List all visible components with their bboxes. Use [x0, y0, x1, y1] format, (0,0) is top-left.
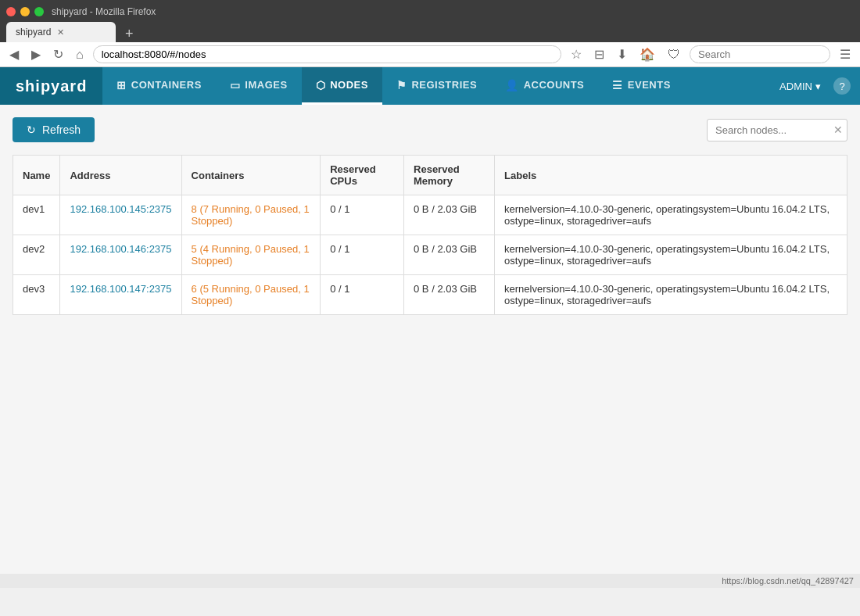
home-icon-button[interactable]: 🏠: [636, 45, 658, 63]
cell-reserved-memory: 0 B / 2.03 GiB: [404, 195, 495, 235]
window-controls[interactable]: [6, 7, 44, 16]
nav-item-accounts[interactable]: 👤 ACCOUNTS: [491, 67, 598, 105]
url-input[interactable]: [93, 45, 561, 63]
maximize-button[interactable]: [34, 7, 44, 16]
events-icon: ☰: [612, 79, 623, 91]
cell-reserved-memory: 0 B / 2.03 GiB: [404, 275, 495, 315]
tab-bar: shipyard ✕ +: [6, 22, 854, 42]
search-nodes-input[interactable]: [707, 119, 847, 141]
close-button[interactable]: [6, 7, 16, 16]
nodes-label: NODES: [330, 79, 368, 91]
browser-search-input[interactable]: [690, 45, 830, 63]
window-title: shipyard - Mozilla Firefox: [52, 6, 156, 17]
admin-button[interactable]: ADMIN ▾: [779, 81, 821, 92]
table-row: dev3 192.168.100.147:2375 6 (5 Running, …: [13, 275, 847, 315]
titlebar: shipyard - Mozilla Firefox: [6, 6, 854, 17]
nodes-table: Name Address Containers Reserved CPUs Re…: [13, 155, 847, 315]
browser-chrome: shipyard - Mozilla Firefox shipyard ✕ +: [0, 0, 860, 42]
search-clear-button[interactable]: ✕: [833, 124, 843, 136]
cell-reserved-memory: 0 B / 2.03 GiB: [404, 235, 495, 275]
content-area: ↻ Refresh ✕ Name Address Containers Rese…: [0, 105, 860, 574]
col-reserved-cpus: Reserved CPUs: [321, 156, 404, 195]
minimize-button[interactable]: [20, 7, 30, 16]
active-tab[interactable]: shipyard ✕: [6, 22, 116, 42]
home-button[interactable]: ⌂: [73, 46, 87, 63]
cell-containers: 6 (5 Running, 0 Paused, 1 Stopped): [181, 275, 321, 315]
app-nav: shipyard ⊞ CONTAINERS ▭ IMAGES ⬡ NODES ⚑…: [0, 67, 860, 105]
cell-name: dev1: [13, 195, 60, 235]
admin-dropdown-icon: ▾: [815, 81, 821, 92]
admin-label: ADMIN: [779, 81, 812, 92]
tab-label: shipyard: [16, 27, 51, 38]
nav-right: ADMIN ▾ ?: [779, 77, 860, 95]
cell-address[interactable]: 192.168.100.146:2375: [60, 235, 181, 275]
search-nodes-container: ✕: [707, 119, 847, 141]
toolbar-row: ↻ Refresh ✕: [13, 117, 847, 142]
download-button[interactable]: ⬇: [614, 45, 630, 63]
bookmark-button[interactable]: ☆: [568, 45, 585, 63]
containers-label: CONTAINERS: [131, 79, 202, 91]
cell-labels: kernelversion=4.10.0-30-generic, operati…: [495, 235, 847, 275]
registries-label: REGISTRIES: [411, 79, 477, 91]
col-labels: Labels: [495, 156, 847, 195]
table-row: dev2 192.168.100.146:2375 5 (4 Running, …: [13, 235, 847, 275]
images-label: IMAGES: [245, 79, 287, 91]
address-bar: ◀ ▶ ↻ ⌂ ☆ ⊟ ⬇ 🏠 🛡 ☰: [0, 42, 860, 67]
menu-button[interactable]: ☰: [837, 45, 854, 63]
sync-button[interactable]: ⊟: [591, 45, 607, 63]
cell-reserved-cpus: 0 / 1: [321, 235, 404, 275]
accounts-icon: 👤: [505, 79, 519, 91]
cell-labels: kernelversion=4.10.0-30-generic, operati…: [495, 275, 847, 315]
app-logo[interactable]: shipyard: [0, 67, 102, 105]
cell-address[interactable]: 192.168.100.145:2375: [60, 195, 181, 235]
shield-button[interactable]: 🛡: [665, 46, 683, 63]
refresh-icon: ↻: [27, 124, 36, 136]
col-name: Name: [13, 156, 60, 195]
nav-items: ⊞ CONTAINERS ▭ IMAGES ⬡ NODES ⚑ REGISTRI…: [102, 67, 779, 105]
col-reserved-memory: Reserved Memory: [404, 156, 495, 195]
tab-close-icon[interactable]: ✕: [57, 27, 64, 38]
reload-button[interactable]: ↻: [50, 45, 66, 63]
events-label: EVENTS: [628, 79, 671, 91]
nav-item-registries[interactable]: ⚑ REGISTRIES: [382, 67, 491, 105]
new-tab-button[interactable]: +: [119, 26, 140, 42]
accounts-label: ACCOUNTS: [524, 79, 585, 91]
containers-icon: ⊞: [116, 79, 127, 91]
col-address: Address: [60, 156, 181, 195]
cell-reserved-cpus: 0 / 1: [321, 275, 404, 315]
help-icon[interactable]: ?: [833, 77, 851, 95]
cell-labels: kernelversion=4.10.0-30-generic, operati…: [495, 195, 847, 235]
cell-reserved-cpus: 0 / 1: [321, 195, 404, 235]
cell-name: dev3: [13, 275, 60, 315]
nav-item-nodes[interactable]: ⬡ NODES: [302, 67, 382, 105]
nav-item-containers[interactable]: ⊞ CONTAINERS: [102, 67, 215, 105]
cell-address[interactable]: 192.168.100.147:2375: [60, 275, 181, 315]
nodes-icon: ⬡: [316, 79, 326, 91]
registries-icon: ⚑: [396, 79, 407, 91]
refresh-button[interactable]: ↻ Refresh: [13, 117, 95, 142]
status-url: https://blog.csdn.net/qq_42897427: [722, 576, 854, 586]
status-bar: https://blog.csdn.net/qq_42897427: [0, 574, 860, 588]
forward-button[interactable]: ▶: [28, 45, 44, 63]
images-icon: ▭: [230, 79, 241, 91]
nav-item-events[interactable]: ☰ EVENTS: [598, 67, 685, 105]
cell-containers: 8 (7 Running, 0 Paused, 1 Stopped): [181, 195, 321, 235]
table-row: dev1 192.168.100.145:2375 8 (7 Running, …: [13, 195, 847, 235]
cell-name: dev2: [13, 235, 60, 275]
refresh-label: Refresh: [42, 124, 81, 136]
cell-containers: 5 (4 Running, 0 Paused, 1 Stopped): [181, 235, 321, 275]
table-header-row: Name Address Containers Reserved CPUs Re…: [13, 156, 847, 195]
back-button[interactable]: ◀: [6, 45, 22, 63]
col-containers: Containers: [181, 156, 321, 195]
nav-item-images[interactable]: ▭ IMAGES: [216, 67, 302, 105]
